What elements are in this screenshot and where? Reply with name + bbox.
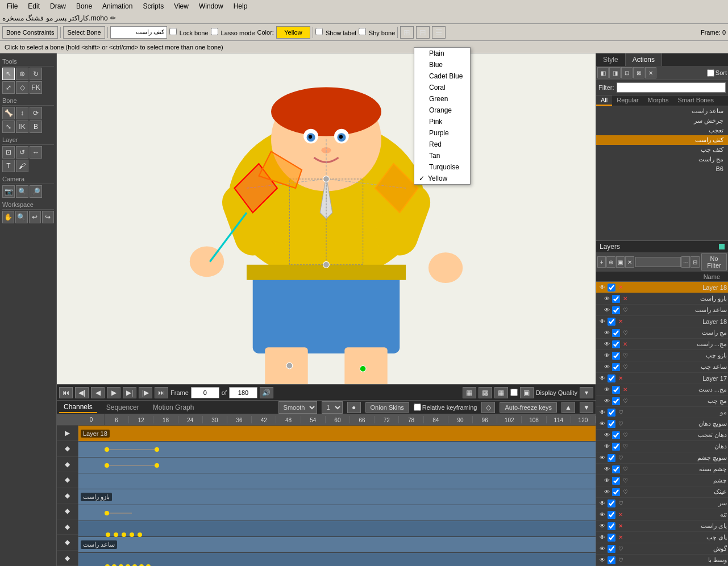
shear-tool-btn[interactable]: ◇ (16, 81, 28, 94)
menu-view[interactable]: View (169, 1, 193, 11)
bone-taajob[interactable]: تعجب (596, 126, 728, 135)
layer-check-6[interactable] (612, 340, 620, 348)
shy-bone-checkbox[interactable] (359, 28, 366, 35)
layer-vis-icon-21[interactable]: 👁 (598, 510, 607, 519)
zoom-out-btn[interactable]: 🔎 (30, 185, 42, 198)
audio-btn[interactable]: 🔊 (260, 387, 273, 398)
scale-tool-btn[interactable]: ⤢ (2, 81, 15, 94)
fk-tool-btn[interactable]: FK (30, 81, 42, 94)
paint-btn[interactable]: 🖌 (16, 160, 28, 172)
layer-row-vasat-ba[interactable]: 👁 ♡ وسط با (596, 555, 728, 566)
menu-scripts[interactable]: Scripts (138, 1, 168, 11)
layer-check-4[interactable] (608, 318, 615, 326)
layer-vis-icon-10[interactable]: 👁 (602, 385, 611, 394)
bone-b6[interactable]: B6 (596, 164, 728, 173)
color-option-orange[interactable]: Orange (414, 105, 470, 116)
display-quality-btn[interactable]: ▾ (580, 387, 593, 398)
color-option-green[interactable]: Green (414, 93, 470, 105)
style-btn-5[interactable]: ✕ (645, 67, 656, 78)
camera-move-btn[interactable]: 📷 (2, 185, 15, 198)
rotate-tool-btn[interactable]: ↻ (30, 68, 42, 80)
delete-layer-btn[interactable]: ✕ (625, 256, 634, 268)
layer-extra-btn[interactable]: ⊟ (690, 256, 699, 268)
layer-check-3[interactable] (612, 306, 620, 314)
no-filter-btn[interactable]: No Filter (701, 253, 727, 270)
prev-keyframe-btn[interactable]: ◀| (75, 387, 89, 398)
menu-file[interactable]: File (2, 1, 22, 11)
layer-check-10[interactable] (612, 386, 620, 394)
bone-tab-regular[interactable]: Regular (612, 95, 643, 106)
bone-handle-1[interactable] (323, 176, 330, 182)
auto-freeze-btn[interactable]: Auto-freeze keys (500, 402, 557, 413)
color-option-yellow[interactable]: Yellow (414, 173, 470, 184)
hamburger-btn[interactable]: ☰ (432, 26, 446, 39)
layer-check-19[interactable] (612, 488, 620, 496)
layer-row-bazu-rast[interactable]: 👁 ✕ بازو راست (596, 293, 728, 305)
undo-btn[interactable]: ↩ (29, 211, 41, 223)
layer-check-12[interactable] (608, 409, 615, 417)
go-end-btn[interactable]: ⏭ (155, 387, 168, 398)
layer-check-22[interactable] (608, 522, 615, 530)
layer-check-1[interactable] (608, 284, 615, 292)
translate-tool-btn[interactable]: ⊕ (16, 68, 28, 80)
layer-row-sar[interactable]: 👁 ♡ سر (596, 498, 728, 509)
bone-handle-4[interactable] (360, 366, 366, 372)
lock-bone-checkbox[interactable] (169, 28, 177, 35)
frame-input[interactable] (191, 387, 219, 398)
color-option-red[interactable]: Red (414, 139, 470, 150)
actions-tab[interactable]: Actions (626, 53, 662, 66)
layer-search-input[interactable] (635, 257, 681, 267)
group-layer-btn[interactable]: ▣ (616, 256, 625, 268)
layer-vis-icon-25[interactable]: 👁 (598, 556, 607, 565)
layer-vis-icon-23[interactable]: 👁 (598, 533, 607, 542)
layer-vis-icon-9[interactable]: 👁 (598, 374, 607, 383)
color-option-turquoise[interactable]: Turquoise (414, 161, 470, 173)
go-start-btn[interactable]: ⏮ (59, 387, 73, 398)
view-mode-3-btn[interactable]: ▦ (494, 387, 508, 398)
layer-vis-icon-3[interactable]: 👁 (602, 306, 611, 315)
onion-icon-btn[interactable]: ● (347, 402, 361, 413)
scale-layer-btn[interactable]: ↔ (30, 146, 42, 159)
layer-check-25[interactable] (608, 556, 615, 564)
bone-tab-smart[interactable]: Smart Bones (673, 95, 718, 106)
layer-check-20[interactable] (608, 500, 615, 507)
channels-tab[interactable]: Channels (59, 402, 97, 413)
next-keyframe-btn[interactable]: |▶ (139, 387, 152, 398)
layer-row-switch-dahan[interactable]: 👁 ♡ سویچ دهان (596, 418, 728, 430)
layer-vis-icon-7[interactable]: 👁 (602, 351, 611, 360)
bone-jorkhesh-sar[interactable]: جرخش سر (596, 116, 728, 126)
layer-check-14[interactable] (612, 431, 620, 439)
scale-bone-btn[interactable]: ⤡ (2, 120, 15, 133)
tl-down-btn[interactable]: ▼ (580, 402, 593, 413)
layer-row-eynak[interactable]: 👁 ♡ عینک (596, 486, 728, 498)
layer-vis-icon-12[interactable]: 👁 (598, 408, 607, 417)
menu-help[interactable]: Help (229, 1, 252, 11)
layer-row-moj-dast[interactable]: 👁 ✕ مج... دست (596, 384, 728, 396)
layer-check-5[interactable] (612, 329, 620, 337)
sort-checkbox[interactable] (707, 69, 714, 77)
layer-row-bazu-chab[interactable]: 👁 ♡ بازو چب (596, 350, 728, 361)
layer-vis-icon-22[interactable]: 👁 (598, 522, 607, 531)
menu-animation[interactable]: Animation (98, 1, 137, 11)
prev-frame-btn[interactable]: ◀ (91, 387, 105, 398)
layer-row-mo[interactable]: 👁 ♡ مو (596, 407, 728, 418)
menu-edit[interactable]: Edit (23, 1, 44, 11)
layer-check-15[interactable] (612, 443, 620, 451)
canvas-area[interactable] (57, 53, 596, 384)
color-option-blue[interactable]: Blue (414, 59, 470, 70)
layer-vis-icon-11[interactable]: 👁 (602, 397, 611, 406)
zoom-in-btn[interactable]: 🔍 (16, 185, 28, 198)
color-option-plain[interactable]: Plain (414, 48, 470, 59)
style-btn-3[interactable]: ⊡ (621, 67, 633, 78)
layer-check-11[interactable] (612, 397, 620, 405)
onion-skins-btn[interactable]: Onion Skins (365, 402, 409, 413)
layer-row-cheshm[interactable]: 👁 ♡ چشم (596, 475, 728, 486)
bone-tab-morphs[interactable]: Morphs (643, 95, 673, 106)
layer-check-8[interactable] (612, 363, 620, 371)
layer-vis-icon-24[interactable]: 👁 (598, 544, 607, 553)
layer-vis-icon-17[interactable]: 👁 (602, 465, 611, 474)
bone-tab-all[interactable]: All (596, 95, 612, 106)
show-label-checkbox[interactable] (315, 28, 323, 35)
motion-graph-tab[interactable]: Motion Graph (148, 402, 199, 413)
layer-vis-icon-8[interactable]: 👁 (602, 363, 611, 372)
